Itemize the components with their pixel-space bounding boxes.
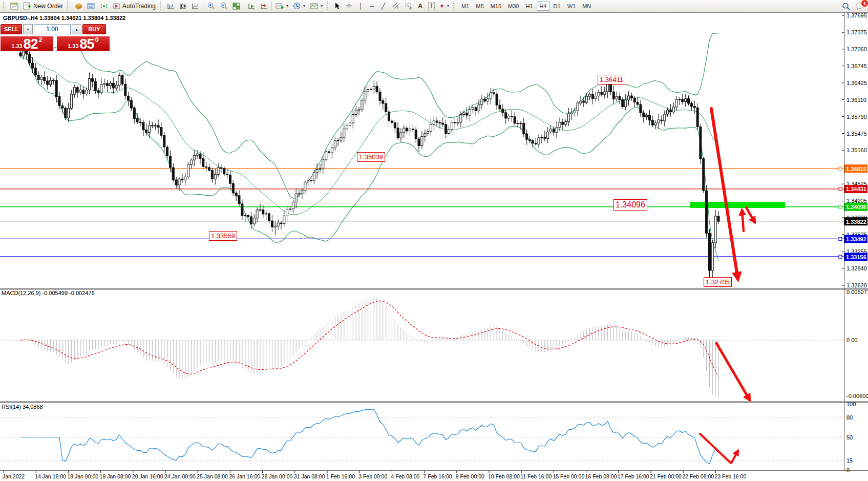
timeframe-m30[interactable]: M30 [505, 1, 522, 11]
candle-body [181, 179, 183, 180]
autotrading-icon [113, 3, 120, 10]
candle-body [343, 129, 345, 137]
text-tool[interactable]: A [415, 1, 426, 11]
candle-body [717, 216, 719, 221]
sell-price-display[interactable]: 1.33 82 2 [1, 36, 53, 51]
timeframe-w1[interactable]: W1 [564, 1, 579, 11]
time-axis-label: 14 Jan 16:00 [35, 473, 66, 479]
candle-body [130, 100, 132, 108]
signal-icon[interactable] [98, 1, 110, 11]
autotrading-button[interactable]: AutoTrading [111, 1, 158, 11]
trend-arrow[interactable] [742, 210, 744, 231]
search-icon[interactable] [840, 1, 853, 11]
chart-shift-icon[interactable] [258, 1, 270, 11]
candlestick-type-icon[interactable] [177, 1, 189, 11]
candle-body [442, 123, 444, 124]
candle-body [466, 113, 468, 115]
bar-chart-type-icon[interactable] [165, 1, 177, 11]
text-label-tool[interactable]: T [426, 1, 437, 11]
gold-box-glyph [74, 3, 82, 10]
sell-button[interactable]: SELL [1, 24, 22, 34]
timeframe-h4[interactable]: H4 [537, 1, 550, 11]
price-axis-label: 1.35475 [846, 131, 867, 137]
zoom-out-icon[interactable] [218, 1, 230, 11]
candle-body [570, 113, 573, 114]
toolbar-grip[interactable] [3, 2, 6, 10]
price-chart[interactable]: 1.376951.373751.370601.367451.364251.361… [0, 13, 868, 481]
fibonacci-tool[interactable]: F [402, 1, 414, 11]
toolbar-grip[interactable] [160, 2, 163, 10]
supply-zone-rectangle[interactable] [690, 202, 785, 208]
timeframe-m5[interactable]: M5 [473, 1, 486, 11]
line-anchor-marker[interactable] [839, 187, 842, 191]
candle-body [517, 123, 519, 124]
candle-body [535, 143, 537, 144]
price-axis-label: 1.37695 [846, 13, 867, 18]
arrows-dropdown[interactable]: ✦ ▾ [437, 1, 451, 11]
buy-price-display[interactable]: 1.33 85 0 [57, 36, 110, 51]
price-tag-label: 1.33822 [846, 219, 866, 225]
candle-body [478, 105, 480, 111]
buy-button[interactable]: BUY [82, 24, 106, 34]
chart-window-icon[interactable] [8, 1, 20, 11]
market-watch-icon[interactable] [72, 1, 84, 11]
timeframe-m15[interactable]: M15 [488, 1, 504, 11]
vertical-line-tool[interactable]: │ [355, 1, 366, 11]
line-anchor-marker[interactable] [839, 255, 842, 258]
candle-body [322, 160, 324, 169]
candle-body [541, 137, 543, 138]
toolbar-grip[interactable] [453, 2, 456, 10]
one-click-trading-panel: SELL ▾ ▴ BUY 1.33 82 2 1.33 85 0 [1, 24, 110, 51]
zoom-in-icon[interactable] [205, 1, 217, 11]
new-chart-dropdown[interactable]: ▾ [273, 1, 290, 11]
timeframe-mn[interactable]: MN [579, 1, 594, 11]
line-chart-type-icon[interactable] [189, 1, 201, 11]
candle-body [283, 216, 285, 223]
macd-scale-label: 0.005071 [846, 289, 868, 295]
timeframe-h1[interactable]: H1 [522, 1, 536, 11]
new-order-button[interactable]: New Order [21, 1, 65, 11]
line-anchor-marker[interactable] [839, 220, 842, 223]
cursor-tool[interactable] [332, 1, 343, 11]
notification-badge[interactable]: 1 [861, 0, 868, 7]
candle-body [295, 194, 297, 202]
trendline-tool[interactable]: ╱ [378, 1, 389, 11]
line-anchor-marker[interactable] [839, 237, 842, 240]
candle-body [472, 108, 474, 110]
rsi-scale-label: 0 [846, 467, 850, 473]
time-axis-label: 19 Jan 08:00 [100, 473, 131, 479]
candle-body [89, 78, 91, 90]
equidistant-channel-tool[interactable]: E [389, 1, 401, 11]
candle-body [256, 210, 258, 218]
line-anchor-marker[interactable] [839, 167, 842, 170]
tile-windows-icon[interactable] [230, 1, 242, 11]
toolbar-grip[interactable] [67, 2, 70, 10]
timeframe-d1[interactable]: D1 [551, 1, 564, 11]
price-axis-label: 1.37375 [846, 29, 867, 35]
candle-body [511, 116, 513, 117]
line-anchor-marker[interactable] [839, 205, 842, 208]
candle-body [484, 99, 486, 101]
volume-input[interactable] [34, 24, 71, 34]
crosshair-tool[interactable] [343, 1, 355, 11]
candle-body [50, 80, 52, 85]
price-axis-label: 1.36425 [846, 80, 867, 86]
candle-body [388, 112, 390, 121]
candle-body [307, 181, 309, 182]
candle-body [637, 102, 639, 104]
candle-body [205, 166, 207, 168]
horizontal-line-tool[interactable]: ─ [367, 1, 377, 11]
data-window-icon[interactable] [85, 1, 97, 11]
periods-dropdown[interactable]: ▾ [291, 1, 307, 11]
candle-body [553, 129, 555, 133]
toolbar-grip[interactable] [327, 2, 330, 10]
volume-increase-button[interactable]: ▴ [72, 24, 81, 34]
candle-body [451, 122, 453, 130]
candle-body [298, 194, 300, 194]
timeframe-m1[interactable]: M1 [458, 1, 472, 11]
volume-decrease-button[interactable]: ▾ [23, 24, 33, 34]
auto-scroll-icon[interactable] [246, 1, 258, 11]
templates-dropdown[interactable]: ▾ [308, 1, 325, 11]
candle-body [651, 120, 653, 126]
time-axis-label: 24 Jan 00:00 [164, 473, 196, 479]
